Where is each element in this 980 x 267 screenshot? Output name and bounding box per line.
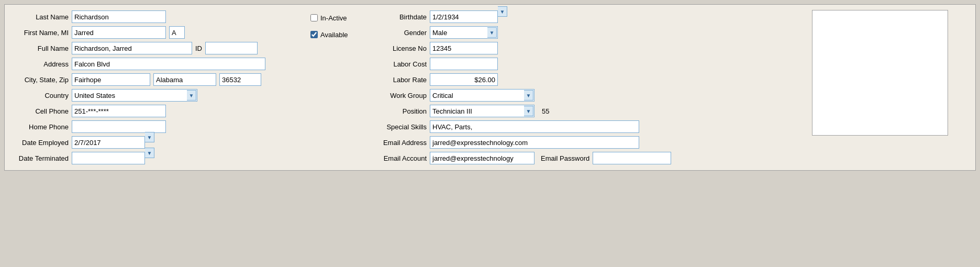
address-input[interactable] xyxy=(72,58,265,70)
last-name-label: Last Name xyxy=(11,13,69,21)
special-skills-label: Special Skills xyxy=(380,123,427,131)
address-label: Address xyxy=(11,60,69,68)
zip-input[interactable] xyxy=(219,73,261,86)
position-select[interactable]: Technician III xyxy=(430,105,534,117)
work-group-label: Work Group xyxy=(380,92,427,99)
gender-select-wrapper: Male Female ▼ xyxy=(430,26,498,39)
home-phone-label: Home Phone xyxy=(11,123,69,131)
available-label: Available xyxy=(320,31,348,39)
full-name-input[interactable] xyxy=(72,42,192,54)
mi-input[interactable] xyxy=(169,26,185,39)
birthdate-wrapper: ▼ xyxy=(430,10,507,23)
date-employed-row: Date Employed ▼ xyxy=(11,136,304,149)
birthdate-dropdown-arrow[interactable]: ▼ xyxy=(498,6,507,17)
right-column xyxy=(812,10,969,165)
position-label: Position xyxy=(380,107,427,115)
email-address-input[interactable] xyxy=(430,136,639,149)
labor-cost-row: Labor Cost xyxy=(380,57,806,71)
email-account-row: Email Account Email Password xyxy=(380,151,806,165)
checkboxes-column: In-Active Available xyxy=(310,10,373,165)
work-group-select-wrapper: Critical ▼ xyxy=(430,89,534,102)
email-account-input[interactable] xyxy=(430,152,534,164)
email-address-label: Email Address xyxy=(380,139,427,147)
birthdate-row: Birthdate ▼ xyxy=(380,10,806,24)
date-terminated-input[interactable] xyxy=(72,152,145,164)
license-no-input[interactable] xyxy=(430,42,498,54)
city-input[interactable] xyxy=(72,73,150,86)
license-no-row: License No xyxy=(380,41,806,55)
last-name-input[interactable] xyxy=(72,10,166,23)
labor-rate-input[interactable] xyxy=(430,73,498,86)
date-employed-wrapper: ▼ xyxy=(72,136,154,149)
middle-column: Birthdate ▼ Gender Male Female ▼ xyxy=(380,10,806,165)
id-label: ID xyxy=(195,44,202,52)
birthdate-input[interactable] xyxy=(430,10,498,23)
employee-form: Last Name First Name, MI Full Name ID Ad… xyxy=(4,4,976,171)
country-select-wrapper: United States ▼ xyxy=(72,89,197,102)
chevron-down-icon: ▼ xyxy=(500,9,505,15)
last-name-row: Last Name xyxy=(11,10,304,24)
chevron-down-icon: ▼ xyxy=(147,135,152,140)
date-terminated-dropdown-arrow[interactable]: ▼ xyxy=(145,148,154,158)
date-employed-input[interactable] xyxy=(72,136,145,149)
email-address-row: Email Address xyxy=(380,136,806,149)
email-password-label: Email Password xyxy=(541,154,589,162)
position-select-wrapper: Technician III ▼ xyxy=(430,105,534,117)
first-name-label: First Name, MI xyxy=(11,29,69,37)
home-phone-row: Home Phone xyxy=(11,120,304,134)
first-name-row: First Name, MI xyxy=(11,26,304,39)
email-password-input[interactable] xyxy=(593,152,671,164)
date-employed-label: Date Employed xyxy=(11,139,69,147)
cell-phone-row: Cell Phone xyxy=(11,104,304,118)
special-skills-input[interactable] xyxy=(430,120,639,133)
labor-rate-row: Labor Rate xyxy=(380,73,806,86)
full-name-label: Full Name xyxy=(11,44,69,52)
photo-box xyxy=(812,10,948,136)
date-terminated-wrapper: ▼ xyxy=(72,152,154,164)
date-terminated-row: Date Terminated ▼ xyxy=(11,151,304,165)
full-name-row: Full Name ID xyxy=(11,41,304,55)
date-terminated-label: Date Terminated xyxy=(11,154,69,162)
inactive-checkbox-wrapper: In-Active xyxy=(310,14,347,22)
inactive-row: In-Active xyxy=(310,11,373,25)
chevron-down-icon: ▼ xyxy=(147,150,152,156)
country-row: Country United States ▼ xyxy=(11,88,304,102)
inactive-checkbox[interactable] xyxy=(310,14,318,21)
country-label: Country xyxy=(11,92,69,99)
available-row: Available xyxy=(310,28,373,41)
special-skills-row: Special Skills xyxy=(380,120,806,134)
labor-rate-label: Labor Rate xyxy=(380,76,427,84)
first-name-input[interactable] xyxy=(72,26,166,39)
gender-row: Gender Male Female ▼ xyxy=(380,26,806,39)
country-select[interactable]: United States xyxy=(72,89,197,102)
labor-cost-input[interactable] xyxy=(430,58,498,70)
gender-select[interactable]: Male Female xyxy=(430,26,498,39)
gender-label: Gender xyxy=(380,29,427,37)
position-row: Position Technician III ▼ 55 xyxy=(380,104,806,118)
cell-phone-input[interactable] xyxy=(72,105,166,117)
date-employed-dropdown-arrow[interactable]: ▼ xyxy=(145,132,154,142)
city-state-zip-row: City, State, Zip xyxy=(11,73,304,86)
city-state-zip-label: City, State, Zip xyxy=(11,76,69,84)
position-number: 55 xyxy=(542,107,549,115)
id-input[interactable] xyxy=(205,42,258,54)
available-checkbox-wrapper: Available xyxy=(310,31,348,39)
work-group-select[interactable]: Critical xyxy=(430,89,534,102)
state-input[interactable] xyxy=(153,73,216,86)
email-account-label: Email Account xyxy=(380,154,427,162)
left-column: Last Name First Name, MI Full Name ID Ad… xyxy=(11,10,304,165)
inactive-label: In-Active xyxy=(320,14,347,22)
license-no-label: License No xyxy=(380,44,427,52)
birthdate-label: Birthdate xyxy=(380,13,427,21)
work-group-row: Work Group Critical ▼ xyxy=(380,88,806,102)
cell-phone-label: Cell Phone xyxy=(11,107,69,115)
home-phone-input[interactable] xyxy=(72,120,166,133)
labor-cost-label: Labor Cost xyxy=(380,60,427,68)
address-row: Address xyxy=(11,57,304,71)
available-checkbox[interactable] xyxy=(310,31,318,38)
